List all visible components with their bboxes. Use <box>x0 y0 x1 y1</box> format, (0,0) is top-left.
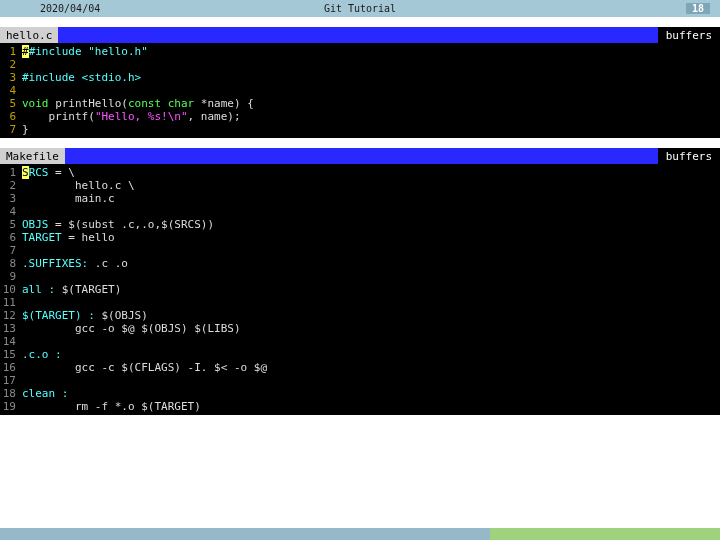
hello-line-5-arg: *name <box>201 97 234 110</box>
mk-line-5-rhs: = $(subst .c,.o,$(SRCS)) <box>49 218 215 231</box>
mk-line-15-lhs: .c.o : <box>22 348 62 361</box>
hello-line-7: } <box>22 123 29 136</box>
mk-line-1-rhs: = \ <box>49 166 76 179</box>
hello-line-5-type: const char <box>128 97 201 110</box>
slide-header: 2020/04/04 Git Tutorial 18 <box>0 0 720 17</box>
mk-line-10-rhs: $(TARGET) <box>55 283 121 296</box>
tab-makefile[interactable]: Makefile <box>0 148 65 164</box>
mk-line-8-lhs: .SUFFIXES: <box>22 257 88 270</box>
code-hello[interactable]: 1##include "hello.h" 2 3#include <stdio.… <box>0 43 720 138</box>
footer-left <box>0 528 490 540</box>
mk-line-12-lhs: $(TARGET) : <box>22 309 95 322</box>
code-makefile[interactable]: 1SRCS = \ 2 hello.c \ 3 main.c 4 5OBJS =… <box>0 164 720 415</box>
hello-line-6-fn: printf <box>49 110 89 123</box>
footer-right <box>490 528 720 540</box>
hello-line-1: #include "hello.h" <box>29 45 148 58</box>
hello-line-5-kw: void <box>22 97 55 110</box>
header-title: Git Tutorial <box>324 3 396 14</box>
mk-line-2: hello.c \ <box>22 179 135 192</box>
tabbar-hello: hello.c buffers <box>0 27 720 43</box>
mk-line-12-rhs: $(OBJS) <box>95 309 148 322</box>
hello-line-6-arg: , name); <box>188 110 241 123</box>
tabbar-makefile: Makefile buffers <box>0 148 720 164</box>
gap <box>0 17 720 27</box>
hello-line-5-fn: printHello <box>55 97 121 110</box>
tabbar-spacer <box>65 148 658 164</box>
gap <box>0 138 720 148</box>
slide-footer <box>0 528 720 540</box>
mk-line-16: gcc -c $(CFLAGS) -I. $< -o $@ <box>22 361 267 374</box>
tabbar-spacer <box>58 27 657 43</box>
mk-line-3: main.c <box>22 192 115 205</box>
header-date: 2020/04/04 <box>40 3 100 14</box>
tab-hello-c[interactable]: hello.c <box>0 27 58 43</box>
mk-line-10-lhs: all : <box>22 283 55 296</box>
mk-line-6-lhs: TARGET <box>22 231 62 244</box>
mk-line-19: rm -f *.o $(TARGET) <box>22 400 201 413</box>
mk-line-6-rhs: = hello <box>62 231 115 244</box>
editor-pane-hello: hello.c buffers 1##include "hello.h" 2 3… <box>0 27 720 138</box>
editor-pane-makefile: Makefile buffers 1SRCS = \ 2 hello.c \ 3… <box>0 148 720 415</box>
mk-line-8-rhs: .c .o <box>88 257 128 270</box>
mk-line-18-lhs: clean : <box>22 387 68 400</box>
hello-line-3: #include <stdio.h> <box>22 71 141 84</box>
header-page-number: 18 <box>686 3 710 14</box>
buffers-label[interactable]: buffers <box>658 27 720 43</box>
mk-line-5-lhs: OBJS <box>22 218 49 231</box>
mk-line-13: gcc -o $@ $(OBJS) $(LIBS) <box>22 322 241 335</box>
hello-line-6-str: "Hello, %s!\n" <box>95 110 188 123</box>
buffers-label[interactable]: buffers <box>658 148 720 164</box>
